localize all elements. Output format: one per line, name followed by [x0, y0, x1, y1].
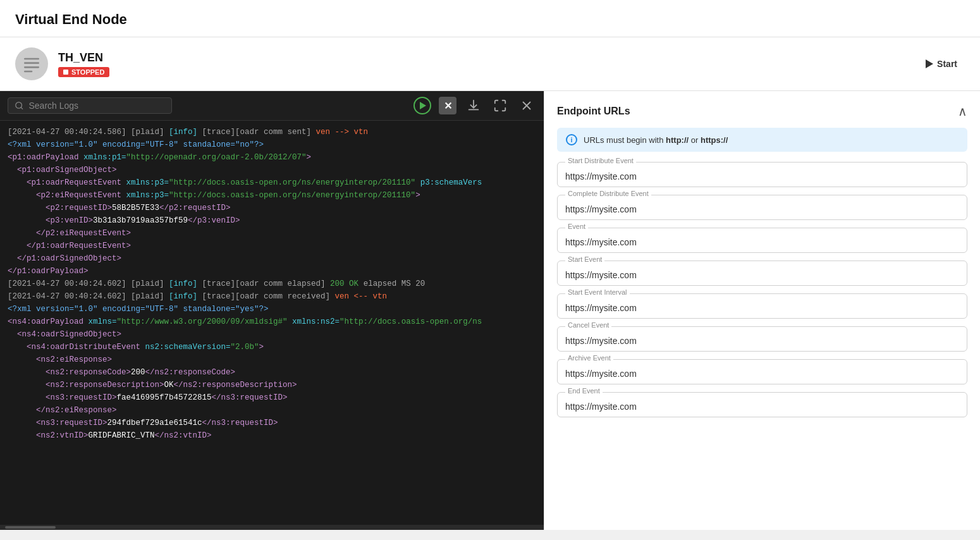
ven-info-left: TH_VEN STOPPED [15, 47, 109, 80]
download-icon [467, 99, 481, 113]
field-label: Complete Distribute Event [565, 190, 651, 197]
field-label: End Event [565, 387, 603, 395]
url-field-group: Event [557, 228, 967, 253]
log-line: <p1:oadrSignedObject> [8, 164, 536, 176]
search-icon [15, 101, 23, 111]
log-line: <ns2:vtnID>GRIDFABRIC_VTN</ns2:vtnID> [8, 429, 536, 442]
avatar [15, 47, 48, 80]
download-button[interactable] [464, 96, 483, 115]
svg-rect-3 [24, 71, 32, 73]
info-http: http:// [666, 135, 689, 145]
list-icon [21, 54, 42, 74]
field-label: Cancel Event [565, 321, 611, 329]
main-content: ✕ [0, 91, 980, 530]
svg-line-5 [21, 107, 23, 109]
field-label: Start Event [565, 255, 604, 263]
url-field-group: Start Event [557, 261, 967, 286]
log-line: [2021-04-27 00:40:24.602] [plaid] [info]… [8, 290, 536, 303]
play-button[interactable] [413, 97, 431, 114]
info-text: URLs must begin with http:// or https:// [584, 135, 728, 145]
svg-rect-2 [24, 66, 39, 68]
url-input-1[interactable] [558, 195, 967, 219]
url-field-group: Start Event Interval [557, 293, 967, 319]
url-input-3[interactable] [558, 261, 967, 285]
ven-header: TH_VEN STOPPED Start [0, 37, 980, 91]
toolbar-actions: ✕ [413, 96, 536, 115]
log-line: [2021-04-27 00:40:24.602] [plaid] [info]… [8, 278, 536, 290]
log-line: <p2:eiRequestEvent xmlns:p3="http://docs… [8, 189, 536, 202]
log-line: <p2:requestID>58B2B57E33</p2:requestID> [8, 202, 536, 214]
log-line: <ns4:oadrSignedObject> [8, 328, 536, 341]
start-label: Start [937, 59, 957, 69]
log-line: </p1:oadrPayload> [8, 265, 536, 278]
log-line: <?xml version="1.0" encoding="UTF-8" sta… [8, 303, 536, 316]
log-line: <ns2:eiResponse> [8, 353, 536, 366]
url-field-group: Archive Event [557, 359, 967, 384]
fullscreen-icon [493, 99, 507, 113]
collapse-button[interactable]: ∧ [958, 104, 967, 119]
log-line: <?xml version="1.0" encoding="UTF-8" sta… [8, 138, 536, 151]
field-label: Start Distribute Event [565, 157, 636, 164]
url-input-4[interactable] [558, 294, 967, 318]
scrollbar-thumb [5, 526, 56, 529]
start-button[interactable]: Start [918, 55, 965, 73]
log-line: <ns2:responseDescription>OK</ns2:respons… [8, 379, 536, 391]
log-line: </ns2:eiResponse> [8, 404, 536, 417]
url-field-group: Cancel Event [557, 326, 967, 352]
ven-name: TH_VEN [58, 51, 109, 64]
play-triangle-icon [420, 102, 426, 109]
svg-rect-0 [24, 58, 39, 60]
log-line: <p1:oadrRequestEvent xmlns:p3="http://do… [8, 176, 536, 189]
url-field-group: End Event [557, 392, 967, 417]
info-banner: i URLs must begin with http:// or https:… [557, 128, 967, 152]
field-label: Archive Event [565, 354, 613, 362]
log-line: <ns3:requestID>fae416995f7b45722815</ns3… [8, 391, 536, 404]
terminal-panel: ✕ [0, 91, 544, 530]
stop-button[interactable]: ✕ [439, 97, 456, 114]
status-label: STOPPED [71, 68, 104, 76]
log-line: [2021-04-27 00:40:24.586] [plaid] [info]… [8, 126, 536, 138]
log-line: </p1:oadrRequestEvent> [8, 240, 536, 252]
info-https: https:// [701, 135, 728, 145]
terminal-toolbar: ✕ [0, 91, 544, 121]
close-button[interactable] [517, 96, 536, 115]
info-icon: i [566, 134, 577, 145]
log-line: <ns4:oadrDistributeEvent ns2:schemaVersi… [8, 341, 536, 353]
field-label: Event [565, 223, 588, 230]
url-input-6[interactable] [558, 360, 967, 384]
close-icon [520, 99, 534, 113]
url-input-7[interactable] [558, 393, 967, 417]
fullscreen-button[interactable] [491, 96, 510, 115]
terminal-scrollbar[interactable] [0, 525, 544, 530]
terminal-output[interactable]: [2021-04-27 00:40:24.586] [plaid] [info]… [0, 121, 544, 525]
page-title: Virtual End Node [0, 0, 980, 37]
url-fields-container: Start Distribute Event Complete Distribu… [557, 162, 967, 417]
url-field-group: Start Distribute Event [557, 162, 967, 187]
url-input-5[interactable] [558, 327, 967, 351]
status-badge: STOPPED [58, 67, 109, 77]
log-line: </p1:oadrSignedObject> [8, 252, 536, 265]
right-panel: Endpoint URLs ∧ i URLs must begin with h… [544, 91, 980, 530]
field-label: Start Event Interval [565, 288, 630, 296]
search-area [8, 97, 172, 114]
ven-details: TH_VEN STOPPED [58, 51, 109, 77]
endpoint-header: Endpoint URLs ∧ [557, 104, 967, 119]
log-line: <ns2:responseCode>200</ns2:responseCode> [8, 366, 536, 379]
url-input-0[interactable] [558, 163, 967, 187]
search-input[interactable] [28, 101, 165, 111]
url-input-2[interactable] [558, 228, 967, 252]
log-line: <p1:oadrPayload xmlns:p1="http://openadr… [8, 151, 536, 164]
log-line: </p2:eiRequestEvent> [8, 227, 536, 240]
log-line: <ns4:oadrPayload xmlns="http://www.w3.or… [8, 316, 536, 328]
log-line: <p3:venID>3b31a3b7919aa357bf59</p3:venID… [8, 214, 536, 227]
status-dot [63, 70, 68, 75]
log-line: <ns3:requestID>294fdbef729a1e61541c</ns3… [8, 417, 536, 429]
endpoint-title: Endpoint URLs [557, 106, 630, 117]
url-field-group: Complete Distribute Event [557, 195, 967, 220]
play-icon [926, 59, 933, 68]
svg-rect-1 [24, 62, 39, 64]
